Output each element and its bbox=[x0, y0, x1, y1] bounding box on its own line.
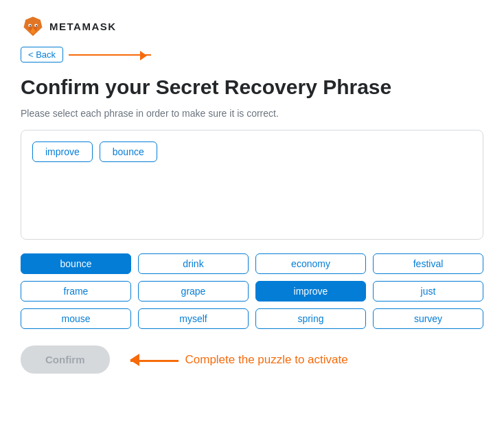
back-button[interactable]: < Back bbox=[21, 47, 63, 63]
puzzle-message-text: Complete the puzzle to activate bbox=[185, 353, 348, 367]
page-title: Confirm your Secret Recovery Phrase bbox=[21, 75, 483, 100]
puzzle-message: Complete the puzzle to activate bbox=[124, 353, 348, 367]
word-bank-grape[interactable]: grape bbox=[138, 281, 249, 302]
word-bank-festival[interactable]: festival bbox=[373, 253, 483, 274]
svg-point-10 bbox=[36, 25, 37, 26]
metamask-fox-icon bbox=[21, 14, 45, 38]
word-bank-spring[interactable]: spring bbox=[255, 308, 366, 329]
confirm-button[interactable]: Confirm bbox=[21, 345, 110, 374]
back-arrow-decoration bbox=[69, 54, 151, 56]
word-bank-economy[interactable]: economy bbox=[255, 253, 366, 274]
logo-area: METAMASK bbox=[21, 14, 117, 38]
svg-point-9 bbox=[30, 25, 31, 26]
word-bank-improve[interactable]: improve bbox=[255, 281, 366, 302]
word-bank: bounce drink economy festival frame grap… bbox=[21, 253, 483, 329]
word-bank-mouse[interactable]: mouse bbox=[21, 308, 131, 329]
word-bank-drink[interactable]: drink bbox=[138, 253, 249, 274]
drop-zone-word-improve[interactable]: improve bbox=[32, 141, 93, 162]
drop-zone-word-bounce[interactable]: bounce bbox=[100, 141, 157, 162]
word-bank-bounce[interactable]: bounce bbox=[21, 253, 131, 274]
word-bank-frame[interactable]: frame bbox=[21, 281, 131, 302]
header: METAMASK bbox=[21, 14, 483, 38]
page-subtitle: Please select each phrase in order to ma… bbox=[21, 108, 483, 119]
word-bank-myself[interactable]: myself bbox=[138, 308, 249, 329]
drop-zone: improve bounce bbox=[21, 130, 483, 240]
word-bank-just[interactable]: just bbox=[373, 281, 483, 302]
metamask-logo-text: METAMASK bbox=[49, 21, 117, 32]
back-section: < Back bbox=[21, 47, 483, 63]
bottom-section: Confirm Complete the puzzle to activate bbox=[21, 345, 483, 374]
word-bank-survey[interactable]: survey bbox=[373, 308, 483, 329]
